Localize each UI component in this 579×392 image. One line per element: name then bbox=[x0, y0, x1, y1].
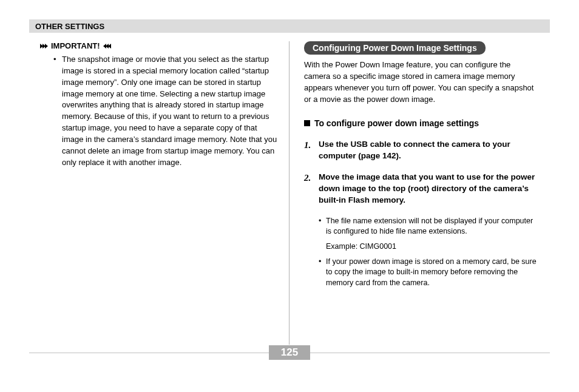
footer-rule-right bbox=[310, 353, 550, 353]
sub-bullet-text: The file name extension will not be disp… bbox=[326, 216, 539, 237]
step-text: Move the image data that you want to use… bbox=[319, 172, 539, 206]
step-text: Use the USB cable to connect the camera … bbox=[319, 139, 539, 162]
backward-icon bbox=[104, 44, 111, 49]
page-number: 125 bbox=[281, 346, 298, 358]
important-heading: IMPORTANT! bbox=[40, 41, 278, 50]
step-number: 2. bbox=[304, 172, 319, 206]
intro-paragraph: With the Power Down Image feature, you c… bbox=[304, 59, 539, 105]
section-header-bar: OTHER SETTINGS bbox=[29, 19, 550, 33]
page-footer: 125 bbox=[29, 346, 550, 359]
step-1: 1. Use the USB cable to connect the came… bbox=[304, 139, 539, 162]
section-title-text: Configuring Power Down Image Settings bbox=[313, 43, 477, 53]
forward-icon bbox=[40, 44, 47, 49]
sub-bullet-1: • The file name extension will not be di… bbox=[304, 216, 539, 237]
manual-page: OTHER SETTINGS IMPORTANT! • The snapshot… bbox=[0, 0, 579, 392]
step-number: 1. bbox=[304, 139, 319, 162]
sub-bullet-text: If your power down image is stored on a … bbox=[326, 257, 539, 289]
left-column: IMPORTANT! • The snapshot image or movie… bbox=[29, 41, 290, 345]
example-line: Example: CIMG0001 bbox=[304, 242, 539, 251]
bullet-marker: • bbox=[319, 257, 326, 289]
important-bullet: • The snapshot image or movie that you s… bbox=[40, 54, 278, 168]
important-text: The snapshot image or movie that you sel… bbox=[62, 54, 278, 168]
step-2: 2. Move the image data that you want to … bbox=[304, 172, 539, 206]
bullet-marker: • bbox=[319, 216, 326, 237]
two-column-layout: IMPORTANT! • The snapshot image or movie… bbox=[29, 41, 550, 345]
right-column: Configuring Power Down Image Settings Wi… bbox=[290, 41, 550, 345]
section-header-text: OTHER SETTINGS bbox=[35, 22, 104, 31]
page-number-box: 125 bbox=[269, 345, 310, 360]
section-title-pill: Configuring Power Down Image Settings bbox=[304, 41, 486, 55]
bullet-marker: • bbox=[53, 54, 62, 168]
important-label: IMPORTANT! bbox=[51, 41, 100, 50]
sub-heading-text: To configure power down image settings bbox=[314, 118, 479, 128]
sub-bullet-2: • If your power down image is stored on … bbox=[304, 257, 539, 289]
square-bullet-icon bbox=[304, 120, 310, 126]
sub-heading: To configure power down image settings bbox=[304, 118, 539, 128]
footer-rule-left bbox=[29, 353, 269, 353]
